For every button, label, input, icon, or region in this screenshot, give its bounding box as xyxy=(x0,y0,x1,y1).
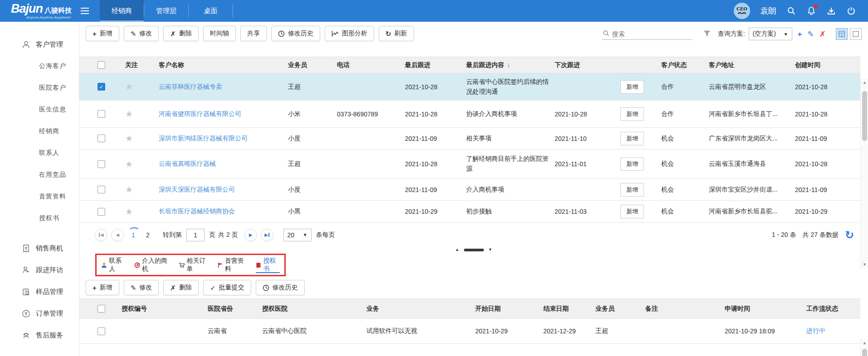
col-sub-salesperson[interactable]: 业务员 xyxy=(592,305,642,313)
col-apply-time[interactable]: 申请时间 xyxy=(721,305,803,313)
scrollbar-thumb[interactable] xyxy=(862,91,867,141)
scheme-delete-icon[interactable]: ✗ xyxy=(819,30,826,38)
page-number-1[interactable]: 1 xyxy=(127,231,139,239)
subtab-opportunities[interactable]: 介入的商机 xyxy=(134,255,170,275)
sidebar-item-authorization[interactable]: 授权书 xyxy=(0,207,79,229)
row-checkbox[interactable] xyxy=(98,186,105,193)
delete-button[interactable]: ✗删除 xyxy=(163,26,199,41)
star-icon[interactable]: ★ xyxy=(125,185,133,194)
sidebar-item-doctor-info[interactable]: 医生信息 xyxy=(0,99,79,120)
customer-name-link[interactable]: 云南省真唯医疗器械 xyxy=(150,160,281,168)
first-page-button[interactable]: ◀ xyxy=(95,229,107,241)
col-phone[interactable]: 电话 xyxy=(333,61,401,69)
edit-button[interactable]: ✎修改 xyxy=(124,26,159,41)
page-size-select[interactable]: 20 ▼ xyxy=(283,229,312,241)
subtab-contacts[interactable]: 联系人 xyxy=(101,255,126,275)
sidebar-group-order-mgmt[interactable]: 订单管理 xyxy=(0,303,79,324)
sidebar-item-dealers[interactable]: 经销商 xyxy=(0,120,79,142)
collapse-down-icon[interactable]: ▼ xyxy=(488,248,493,252)
col-remark[interactable]: 备注 xyxy=(642,305,721,313)
query-scheme-select[interactable]: (空方案) ▼ xyxy=(749,28,792,40)
table-row[interactable]: ★ 长垣市医疗器械经销商协会 小黑 2021-10-29 初步接触 2021-1… xyxy=(79,201,860,223)
sub-edit-button[interactable]: ✎修改 xyxy=(124,280,159,295)
col-follow-star[interactable]: 关注 xyxy=(118,61,150,69)
scroll-up-icon[interactable]: ▲ xyxy=(861,339,868,347)
row-add-button[interactable]: 新增 xyxy=(620,205,644,218)
row-add-button[interactable]: 新增 xyxy=(620,132,644,145)
search-icon[interactable] xyxy=(786,6,796,16)
goto-page-input[interactable] xyxy=(186,229,205,241)
sub-select-all-checkbox[interactable] xyxy=(98,305,105,313)
scheme-edit-icon[interactable]: ✎ xyxy=(808,30,814,38)
table-row[interactable]: ★ 云南省真唯医疗器械 王超 2021-10-28 了解经销商目前手上的医院资源… xyxy=(79,149,860,179)
timeline-button[interactable]: 时间轴 xyxy=(203,26,236,41)
sub-delete-button[interactable]: ✗删除 xyxy=(163,280,199,295)
grid-refresh-icon[interactable]: ↻ xyxy=(845,230,854,241)
star-icon[interactable]: ★ xyxy=(125,109,133,119)
sidebar-item-contacts[interactable]: 联系人 xyxy=(0,142,79,164)
history-button[interactable]: 修改历史 xyxy=(271,26,320,41)
row-checkbox[interactable] xyxy=(98,110,105,118)
table-row[interactable]: ★ 深圳天深医疗器械有限公司 小度 2021-11-09 介入商机事项 新增 机… xyxy=(79,179,860,201)
table-view-toggle[interactable] xyxy=(836,28,848,40)
row-add-button[interactable]: 新增 xyxy=(620,80,644,94)
customer-name-link[interactable]: 河南省健琪医疗器械有限公司 xyxy=(150,110,281,118)
star-icon[interactable]: ★ xyxy=(125,82,133,91)
subtab-authorization[interactable]: 授权书 xyxy=(256,255,280,275)
col-auth-no[interactable]: 授权编号 xyxy=(118,305,204,313)
avatar[interactable]: CEO ᴖᴖ xyxy=(734,3,750,19)
row-checkbox[interactable]: ✓ xyxy=(98,83,105,91)
sub-history-button[interactable]: 修改历史 xyxy=(256,280,305,295)
col-status[interactable]: 客户状态 xyxy=(658,61,705,69)
row-checkbox[interactable] xyxy=(98,135,105,142)
col-customer-name[interactable]: 客户名称 xyxy=(150,61,281,69)
col-last-follow[interactable]: 最后跟进 xyxy=(401,61,463,69)
notification-bell-icon[interactable] xyxy=(806,6,816,16)
row-add-button[interactable]: 新增 xyxy=(620,107,644,121)
col-salesperson[interactable]: 业务员 xyxy=(281,61,333,69)
splitter-handle[interactable] xyxy=(464,249,484,251)
collapse-up-icon[interactable]: ▲ xyxy=(455,248,459,252)
customer-name-link[interactable]: 深圳天深医疗器械有限公司 xyxy=(150,186,281,194)
filter-funnel-icon[interactable] xyxy=(703,30,711,38)
col-last-content[interactable]: 最后跟进内容↓ xyxy=(463,61,551,69)
add-button[interactable]: +新增 xyxy=(86,26,119,41)
scroll-up-icon[interactable]: ▲ xyxy=(861,78,868,87)
tab-dealer[interactable]: 经销商 xyxy=(100,0,144,22)
scrollbar-thumb[interactable] xyxy=(862,349,867,356)
row-checkbox[interactable] xyxy=(98,208,105,216)
scheme-add-icon[interactable]: + xyxy=(798,30,802,38)
sort-down-icon[interactable]: ↓ xyxy=(507,61,510,68)
subtable-row[interactable]: 云南省 云南省中心医院 试用软件可以无视 2021-10-29 2021-12-… xyxy=(79,319,860,344)
col-address[interactable]: 客户地址 xyxy=(705,61,791,69)
sidebar-item-first-sale-docs[interactable]: 首营资料 xyxy=(0,186,79,207)
row-add-button[interactable]: 新增 xyxy=(620,183,644,197)
main-grid-scrollbar[interactable]: ▲ ▼ xyxy=(860,78,868,269)
col-created[interactable]: 创建时间 xyxy=(791,61,860,69)
sidebar-group-sample-mgmt[interactable]: 样品管理 xyxy=(0,281,79,303)
table-row[interactable]: ★ 深圳市新鸿镁医疗器械有限公司 小度 2021-11-09 相关事项 2021… xyxy=(79,128,860,149)
customer-name-link[interactable]: 长垣市医疗器械经销商协会 xyxy=(150,207,281,216)
sidebar-item-competing-products[interactable]: 在用竞品 xyxy=(0,164,79,186)
row-add-button[interactable]: 新增 xyxy=(620,157,644,171)
sidebar-group-follow-up-visit[interactable]: 跟进拜访 xyxy=(0,259,79,281)
sidebar-group-customer-mgmt[interactable]: 客户管理 xyxy=(0,34,79,55)
select-all-checkbox[interactable] xyxy=(98,61,105,69)
download-icon[interactable] xyxy=(826,6,836,16)
subtab-orders[interactable]: 相关订单 xyxy=(179,255,209,275)
row-checkbox[interactable] xyxy=(98,160,105,168)
col-end-date[interactable]: 结束日期 xyxy=(540,305,592,313)
sidebar-group-after-sales[interactable]: 售后服务 xyxy=(0,324,79,346)
sidebar-group-sales-opportunity[interactable]: 销售商机 xyxy=(0,237,79,259)
sidebar-item-public-customers[interactable]: 公海客户 xyxy=(0,55,79,77)
customer-name-link[interactable]: 深圳市新鸿镁医疗器械有限公司 xyxy=(150,135,281,143)
col-workflow-status[interactable]: 工作流状态 xyxy=(803,305,860,313)
col-province[interactable]: 医院省份 xyxy=(204,305,258,313)
col-business[interactable]: 业务 xyxy=(363,305,472,313)
sub-row-checkbox[interactable] xyxy=(98,327,105,335)
col-next-follow[interactable]: 下次跟进 xyxy=(551,61,617,69)
menu-toggle-icon[interactable] xyxy=(81,0,94,22)
page-number-2[interactable]: 2 xyxy=(142,231,154,239)
workflow-status-link[interactable]: 进行中 xyxy=(803,327,860,335)
subtab-first-sale-docs[interactable]: 首营资料 xyxy=(218,255,247,275)
